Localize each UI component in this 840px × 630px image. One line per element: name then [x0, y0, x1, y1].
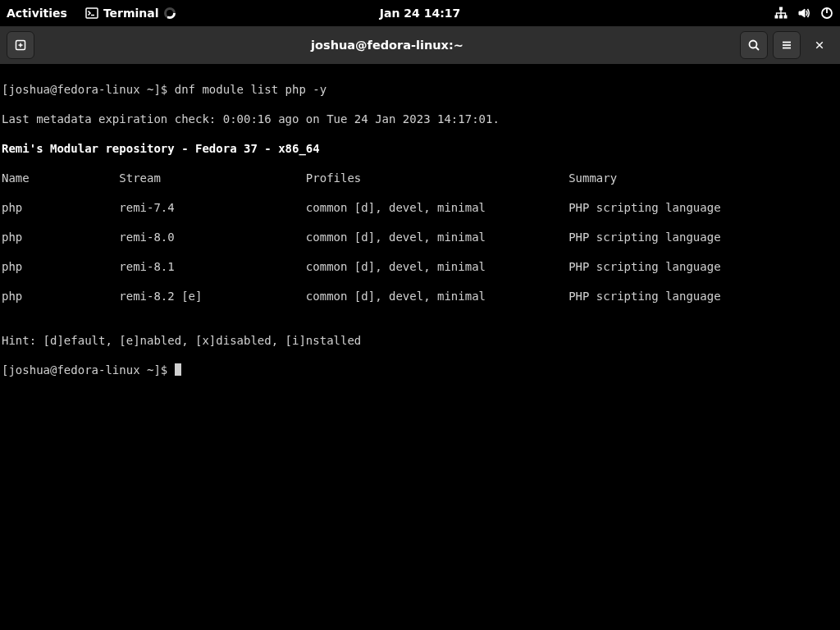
activities-button[interactable]: Activities: [7, 7, 67, 20]
table-header: Name Stream Profiles Summary: [2, 171, 838, 185]
new-tab-button[interactable]: [7, 31, 34, 59]
command-text: dnf module list php -y: [175, 83, 326, 96]
svg-point-11: [750, 41, 757, 48]
table-row: php remi-8.1 common [d], devel, minimal …: [2, 259, 838, 274]
close-icon: [815, 40, 824, 50]
terminal-headerbar: joshua@fedora-linux:~: [0, 26, 840, 64]
svg-rect-5: [784, 16, 787, 18]
search-icon: [747, 39, 760, 52]
terminal-app-icon: [85, 7, 98, 20]
hamburger-icon: [780, 39, 793, 52]
terminal-viewport[interactable]: [joshua@fedora-linux ~]$ dnf module list…: [0, 64, 840, 630]
table-row: php remi-8.0 common [d], devel, minimal …: [2, 230, 838, 244]
svg-rect-4: [780, 16, 783, 18]
output-line: Last metadata expiration check: 0:00:16 …: [2, 112, 838, 126]
svg-rect-3: [775, 16, 778, 18]
spinner-icon: [164, 7, 176, 19]
gnome-topbar: Activities Terminal Jan 24 14:17: [0, 0, 840, 26]
window-title: joshua@fedora-linux:~: [41, 39, 733, 52]
hamburger-menu-button[interactable]: [773, 31, 801, 59]
cursor: [175, 363, 181, 376]
volume-icon[interactable]: [797, 7, 810, 20]
close-button[interactable]: [806, 31, 833, 59]
svg-rect-2: [780, 7, 783, 10]
table-row: php remi-8.2 [e] common [d], devel, mini…: [2, 289, 838, 304]
hint-line: Hint: [d]efault, [e]nabled, [x]disabled,…: [2, 333, 838, 348]
svg-rect-0: [86, 8, 98, 18]
clock[interactable]: Jan 24 14:17: [380, 7, 460, 20]
table-row: php remi-7.4 common [d], devel, minimal …: [2, 200, 838, 215]
prompt: [joshua@fedora-linux ~]$: [2, 363, 175, 377]
prompt: [joshua@fedora-linux ~]$: [2, 83, 175, 96]
repo-header: Remi's Modular repository - Fedora 37 - …: [2, 141, 838, 156]
app-menu[interactable]: Terminal: [85, 7, 176, 20]
svg-line-12: [756, 48, 760, 51]
network-icon[interactable]: [774, 7, 788, 20]
power-icon[interactable]: [820, 7, 833, 20]
app-menu-label: Terminal: [103, 7, 159, 20]
search-button[interactable]: [740, 31, 768, 59]
plus-icon: [14, 39, 27, 52]
